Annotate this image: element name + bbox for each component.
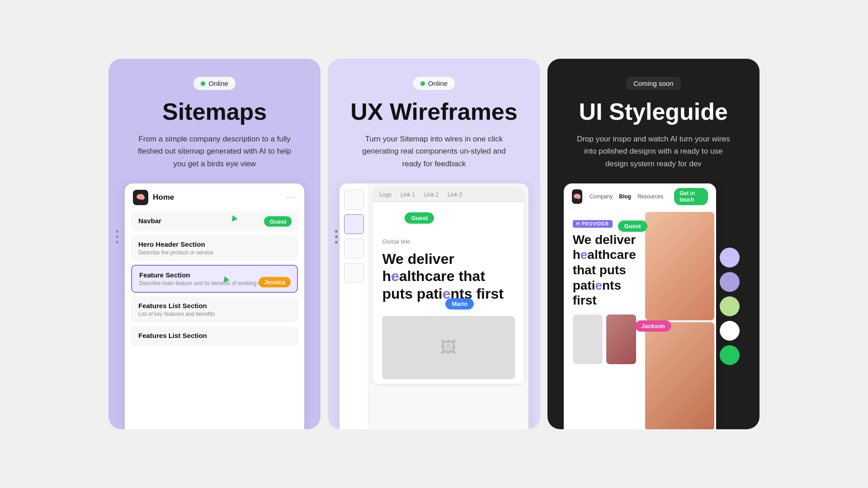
sitemap-row-features-list2[interactable]: Features List Section (131, 326, 298, 346)
styleguide-hero-badge: H PROVIDER (573, 220, 613, 228)
sitemap-row-feature[interactable]: Feature Section Describe main feature an… (131, 265, 298, 293)
bubble-jackson-style: Jackson (635, 320, 671, 332)
sidebar-item-2-active[interactable] (344, 214, 364, 234)
wireframe-hero-text: We deliver healthcare that puts patients… (382, 250, 509, 302)
color-swatches (716, 183, 743, 429)
swatch-1[interactable] (720, 248, 740, 267)
bubble-mario-wire: Mario (445, 298, 474, 310)
swatch-5[interactable] (720, 345, 740, 365)
nav-blog[interactable]: Blog (619, 193, 631, 200)
avatar-guest: Guest (264, 216, 292, 226)
wireframe-content: Guest Global tele We deliver healthcare … (373, 202, 524, 384)
sitemap-row-navbar[interactable]: Navbar Guest (131, 211, 298, 231)
styleguide-lower-images: Jackson (573, 314, 636, 364)
bubble-guest-style: Guest (618, 221, 647, 232)
side-img-1 (645, 212, 714, 320)
avatar-jessica: Jessica (259, 277, 291, 287)
card-title-sitemaps: Sitemaps (162, 99, 267, 125)
wireframe-browser-bar: Logo Link 1 Link 2 Link 2 (373, 188, 524, 202)
styleguide-nav-links: Company Blog Resources (590, 193, 663, 200)
sitemap-ui: 🧠 Home ··· Navbar Guest Hero Header Sect… (125, 183, 304, 429)
bubble-guest-wire: Guest (405, 212, 434, 224)
nav-company[interactable]: Company (590, 193, 613, 200)
hero-row-sub: Describe the product or service (138, 249, 291, 256)
styleguide-side-images (645, 210, 716, 429)
sidebar-item-4[interactable] (344, 263, 364, 283)
card-styleguide: Coming soon UI Styleguide Drop your insp… (547, 59, 760, 429)
styleguide-ui: 🧠 Company Blog Resources Get in touch H … (564, 183, 743, 429)
card-title-styleguide: UI Styleguide (579, 99, 728, 125)
status-label-sitemaps: Online (208, 80, 228, 87)
cards-container: Online Sitemaps From a simple company de… (108, 59, 760, 429)
features-list2-row-title: Features List Section (138, 332, 291, 339)
sidebar-item-1[interactable] (344, 190, 364, 210)
wireframe-ui: Logo Link 1 Link 2 Link 2 Guest Global t… (340, 183, 528, 429)
image-placeholder-icon: 🖼 (440, 338, 457, 357)
card-desc-wireframes: Turn your Sitemap into wires in one clic… (357, 133, 511, 170)
card-desc-styleguide: Drop your inspo and watch AI turn your w… (576, 133, 730, 170)
card-desc-sitemaps: From a simple company description to a f… (138, 133, 292, 170)
side-img-2 (645, 322, 714, 429)
sitemap-row-hero[interactable]: Hero Header Section Describe the product… (131, 235, 298, 261)
nav-link-1[interactable]: Link 1 (401, 192, 415, 198)
nav-resources[interactable]: Resources (637, 193, 663, 200)
wireframe-browser: Logo Link 1 Link 2 Link 2 Guest Global t… (373, 188, 524, 384)
features-list-row-title: Features List Section (138, 302, 291, 310)
wireframe-sidebar (340, 183, 368, 429)
status-label-wireframes: Online (428, 80, 448, 87)
styleguide-hero: H PROVIDER Guest We deliver healthcare t… (564, 210, 645, 429)
cursor-guest-style: Guest (618, 224, 623, 229)
cursor-guest-wire: Guest (405, 216, 410, 221)
styleguide-nav-logo: 🧠 (572, 189, 582, 204)
side-panel-dots (116, 230, 118, 244)
status-dot-wireframes (420, 81, 425, 86)
hero-row-title: Hero Header Section (138, 240, 291, 248)
swatch-2[interactable] (720, 272, 740, 292)
person-img-2: Jackson (606, 314, 636, 364)
card-title-wireframes: UX Wireframes (350, 99, 517, 125)
wireframe-image-placeholder: 🖼 (382, 316, 514, 379)
status-dot-sitemaps (201, 81, 205, 86)
person-img-1 (573, 314, 603, 364)
wireframe-hero-sub: Global tele (382, 238, 514, 245)
styleguide-nav: 🧠 Company Blog Resources Get in touch (564, 183, 716, 210)
cursor-mario-wire: Mario (445, 301, 451, 306)
sitemap-logo: 🧠 (133, 190, 148, 205)
styleguide-browser: 🧠 Company Blog Resources Get in touch H … (564, 183, 716, 429)
cursor-arrow-2 (222, 276, 229, 282)
status-badge-sitemaps: Online (193, 77, 235, 90)
cursor-arrow-1 (231, 215, 237, 221)
cursor-jackson-style: Jackson (635, 324, 641, 328)
sitemap-menu-dots[interactable]: ··· (287, 192, 296, 202)
sitemap-header: 🧠 Home ··· (131, 190, 298, 205)
nav-link-3[interactable]: Link 2 (448, 192, 462, 198)
nav-logo-label: Logo (379, 192, 392, 198)
sitemap-home-label: Home (153, 193, 287, 202)
sidebar-item-3[interactable] (344, 239, 364, 258)
nav-link-2[interactable]: Link 2 (424, 192, 439, 198)
swatch-3[interactable] (720, 296, 740, 316)
styleguide-hero-text: We deliver healthcare that puts patients… (573, 232, 636, 308)
coming-soon-badge: Coming soon (626, 77, 680, 90)
styleguide-content: H PROVIDER Guest We deliver healthcare t… (564, 210, 716, 429)
card-sitemaps: Online Sitemaps From a simple company de… (108, 59, 321, 429)
card-wireframes: Online UX Wireframes Turn your Sitemap i… (328, 59, 540, 429)
wire-side-dots (335, 230, 338, 244)
sitemap-row-features-list[interactable]: Features List Section List of key featur… (131, 296, 298, 323)
swatch-4[interactable] (720, 321, 740, 341)
nav-cta-button[interactable]: Get in touch (674, 188, 708, 205)
status-badge-wireframes: Online (413, 77, 455, 90)
wireframe-main: Logo Link 1 Link 2 Link 2 Guest Global t… (368, 183, 528, 429)
features-list-row-sub: List of key features and benefits (138, 311, 291, 317)
